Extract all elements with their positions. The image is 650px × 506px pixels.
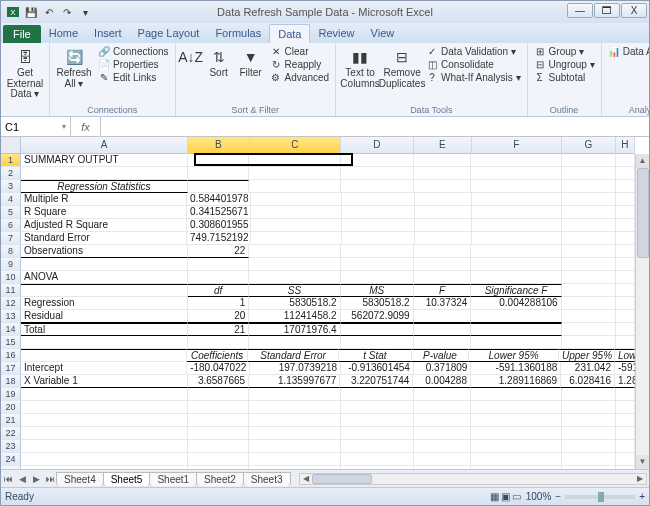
cell-A4[interactable]: Multiple R [21,193,187,206]
column-header-B[interactable]: B [188,137,250,154]
column-header-D[interactable]: D [341,137,414,154]
cell-F20[interactable] [471,401,561,414]
cell-F6[interactable] [472,219,562,232]
cell-A2[interactable] [21,167,188,180]
ungroup-button[interactable]: ⊟Ungroup ▾ [532,58,597,70]
cell-C17[interactable]: 197.0739218 [250,362,341,375]
cell-D2[interactable] [341,167,414,180]
cell-A3[interactable]: Regression Statistics [21,180,188,193]
cell-B12[interactable]: 1 [188,297,250,310]
cell-G3[interactable] [562,180,616,193]
cell-H24[interactable] [616,453,635,466]
row-header-3[interactable]: 3 [1,180,21,193]
cell-F5[interactable] [472,206,562,219]
cell-F11[interactable]: Significance F [471,284,561,297]
cell-C16[interactable]: Standard Error [248,349,339,362]
cell-C23[interactable] [249,440,340,453]
cell-A25[interactable] [21,466,188,469]
cell-A20[interactable] [21,401,188,414]
cell-G24[interactable] [562,453,616,466]
cell-C2[interactable] [249,167,340,180]
text-to-columns-button[interactable]: ▮▮Text to Columns [340,45,380,89]
column-header-H[interactable]: H [616,137,635,154]
cell-F2[interactable] [471,167,561,180]
sort-az-button[interactable]: A↓Z [180,45,202,67]
row-header-10[interactable]: 10 [1,271,21,284]
cell-G15[interactable] [562,336,616,349]
cell-A10[interactable]: ANOVA [21,271,188,284]
cell-A15[interactable] [21,336,188,349]
cell-E14[interactable] [414,323,472,336]
cell-G11[interactable] [562,284,616,297]
row-header-4[interactable]: 4 [1,193,21,206]
cell-H13[interactable] [616,310,635,323]
cell-E21[interactable] [414,414,472,427]
clear-button[interactable]: ✕Clear [268,45,331,57]
cell-G4[interactable] [562,193,616,206]
vertical-scrollbar[interactable]: ▲ ▼ [635,154,649,469]
cell-G6[interactable] [562,219,616,232]
cell-C24[interactable] [249,453,340,466]
view-button-0[interactable]: ▦ [490,491,499,502]
cell-E7[interactable] [415,232,472,245]
sheet-nav-3[interactable]: ⏭ [43,474,57,484]
cell-A19[interactable] [21,388,188,401]
cell-G23[interactable] [562,440,616,453]
cell-H10[interactable] [616,271,635,284]
column-header-A[interactable]: A [21,137,188,154]
cell-C9[interactable] [249,258,340,271]
cell-A7[interactable]: Standard Error [21,232,187,245]
row-header-17[interactable]: 17 [1,362,21,375]
cell-D7[interactable] [342,232,415,245]
cell-C18[interactable]: 1.135997677 [249,375,340,388]
cell-C19[interactable] [249,388,340,401]
cell-E3[interactable] [414,180,472,193]
cell-F23[interactable] [471,440,561,453]
formula-input[interactable] [101,117,649,136]
row-header-6[interactable]: 6 [1,219,21,232]
row-header-24[interactable]: 24 [1,453,21,466]
cell-H15[interactable] [616,336,635,349]
cell-D13[interactable]: 562072.9099 [341,310,414,323]
redo-button[interactable]: ↷ [59,4,75,20]
cell-C7[interactable] [251,232,342,245]
cell-G2[interactable] [562,167,616,180]
maximize-button[interactable]: 🗖 [594,3,620,18]
cell-A12[interactable]: Regression [21,297,188,310]
cell-C1[interactable] [249,154,340,167]
cell-G17[interactable]: 231.042 [561,362,615,375]
zoom-slider[interactable] [565,495,635,499]
cell-B14[interactable]: 21 [188,323,250,336]
cell-B8[interactable]: 22 [188,245,250,258]
group-button[interactable]: ⊞Group ▾ [532,45,597,57]
row-header-16[interactable]: 16 [1,349,21,362]
tab-view[interactable]: View [363,24,403,43]
tab-insert[interactable]: Insert [86,24,130,43]
cell-C25[interactable] [249,466,340,469]
row-header-14[interactable]: 14 [1,323,21,336]
cell-H3[interactable] [616,180,635,193]
connections-button[interactable]: 🔗Connections [96,45,171,57]
cell-C12[interactable]: 5830518.2 [249,297,340,310]
row-header-22[interactable]: 22 [1,427,21,440]
cell-D8[interactable] [341,245,414,258]
cell-G18[interactable]: 6.028416 [561,375,615,388]
cell-D14[interactable] [341,323,414,336]
scroll-right-icon[interactable]: ▶ [634,474,646,484]
cell-C14[interactable]: 17071976.4 [249,323,340,336]
cell-C15[interactable] [249,336,340,349]
cell-G13[interactable] [562,310,616,323]
cell-B2[interactable] [188,167,250,180]
chevron-down-icon[interactable]: ▾ [62,122,66,131]
cell-D22[interactable] [341,427,414,440]
zoom-level[interactable]: 100% [526,491,552,502]
advanced-button[interactable]: ⚙Advanced [268,71,331,83]
cell-G5[interactable] [562,206,616,219]
cell-F24[interactable] [471,453,561,466]
cell-H11[interactable] [616,284,635,297]
row-header-11[interactable]: 11 [1,284,21,297]
cell-E23[interactable] [414,440,472,453]
cell-B11[interactable]: df [188,284,250,297]
cell-A17[interactable]: Intercept [21,362,187,375]
sheet-tab-sheet2[interactable]: Sheet2 [196,472,244,486]
